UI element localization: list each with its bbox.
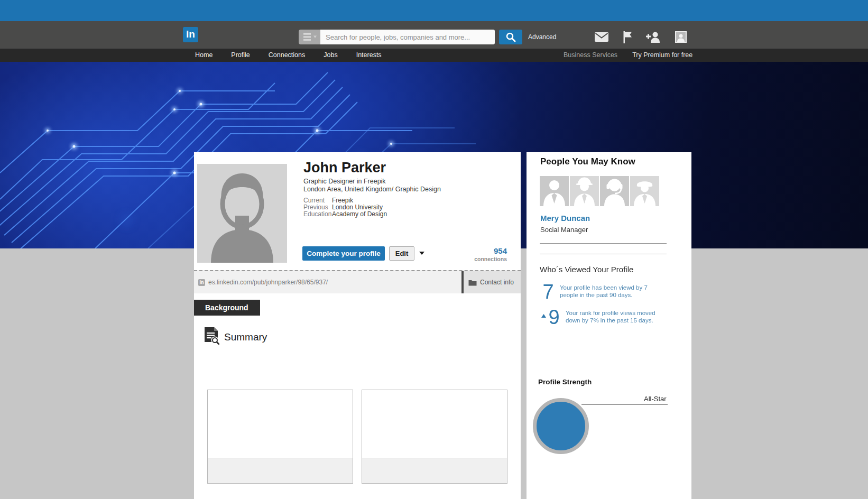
nav-right-links: Business Services Try Premium for free xyxy=(564,49,692,62)
strength-level-label: All-Star xyxy=(644,395,667,403)
connections-label: connections xyxy=(474,256,507,262)
profile-location: London Area, United Kingdom/ Graphic Des… xyxy=(303,186,441,193)
summary-title: Summary xyxy=(224,331,267,345)
nav-item-jobs[interactable]: Jobs xyxy=(324,49,337,62)
views-count: 7 xyxy=(541,281,555,303)
notifications-button[interactable] xyxy=(623,30,632,44)
strength-meter-circle xyxy=(533,398,589,454)
nav-item-profile[interactable]: Profile xyxy=(231,49,250,62)
folder-icon xyxy=(468,279,477,286)
divider xyxy=(540,254,667,254)
connections-count: 954 xyxy=(474,246,507,255)
add-connection-button[interactable] xyxy=(646,30,660,44)
suggestion-tile[interactable] xyxy=(570,176,599,206)
suggestion-tile[interactable] xyxy=(630,176,659,206)
nav-item-connections[interactable]: Connections xyxy=(269,49,306,62)
suggestion-name-link[interactable]: Mery Duncan xyxy=(540,214,590,223)
connections-block: 954 connections xyxy=(474,246,507,262)
linkedin-profile-page: in Advanced xyxy=(0,0,868,499)
profile-card: John Parker Graphic Designer in Freepik … xyxy=(194,152,521,499)
search-button[interactable] xyxy=(499,30,522,44)
search-icon xyxy=(505,32,516,42)
linkedin-logo[interactable]: in xyxy=(183,27,198,42)
header-bar: in Advanced xyxy=(0,21,868,49)
rank-arrow-icon xyxy=(541,314,546,329)
placeholder-card-2 xyxy=(362,390,507,484)
pilot-avatar-icon xyxy=(630,176,659,206)
search-bar xyxy=(299,30,495,44)
flag-icon xyxy=(623,31,632,43)
sidebar: People You May Know xyxy=(527,152,691,499)
rank-count: 9 xyxy=(547,306,561,329)
profile-details: Current Freepik Previous London Universi… xyxy=(303,197,387,218)
suggestion-tile[interactable] xyxy=(540,176,569,206)
wvyp-title: Who´s Viewed Your Profile xyxy=(540,265,633,274)
suggestion-job-title: Social Manager xyxy=(540,226,588,234)
placeholder-card-1 xyxy=(207,390,353,484)
divider xyxy=(540,243,667,244)
profile-photo[interactable] xyxy=(197,164,287,263)
nav-item-interests[interactable]: Interests xyxy=(356,49,382,62)
pymk-title: People You May Know xyxy=(540,156,635,167)
person-placeholder-icon xyxy=(197,164,287,263)
edit-button[interactable]: Edit xyxy=(389,246,414,261)
try-premium-link[interactable]: Try Premium for free xyxy=(632,49,692,62)
profile-name: John Parker xyxy=(303,160,386,176)
worker-avatar-icon xyxy=(570,176,599,206)
messages-button[interactable] xyxy=(595,30,608,44)
profile-headline: Graphic Designer in Freepik xyxy=(303,178,386,185)
background-section-label: Background xyxy=(194,300,260,316)
caret-down-icon xyxy=(419,251,425,255)
suggestion-tile[interactable] xyxy=(600,176,629,206)
linkedin-mini-icon: in xyxy=(198,279,205,286)
search-input[interactable] xyxy=(320,30,495,44)
summary-section-header: Summary xyxy=(204,327,267,345)
public-profile-url: es.linkedin.com/pub/johnparker/98/65/937… xyxy=(208,271,328,293)
profile-strength-title: Profile Strength xyxy=(538,378,592,386)
edit-dropdown-button[interactable] xyxy=(419,251,425,255)
add-person-icon xyxy=(646,32,660,43)
complete-profile-button[interactable]: Complete your profile xyxy=(302,246,385,261)
business-services-link[interactable]: Business Services xyxy=(564,49,617,62)
placeholder-card-footer xyxy=(208,458,353,483)
envelope-icon xyxy=(595,32,608,42)
account-menu-button[interactable] xyxy=(675,30,687,44)
nav-item-home[interactable]: Home xyxy=(195,49,213,62)
top-strip xyxy=(0,0,868,21)
summary-document-icon xyxy=(204,327,219,345)
detail-row-education: Education Academy of Design xyxy=(303,211,387,218)
contact-info-tab[interactable]: Contact info xyxy=(461,271,521,293)
placeholder-card-footer xyxy=(362,458,507,483)
main-nav: Home Profile Connections Jobs Interests … xyxy=(0,49,868,62)
support-agent-avatar-icon xyxy=(600,176,629,206)
strength-pointer-line xyxy=(581,404,668,405)
hamburger-icon xyxy=(301,33,319,41)
advanced-search-link[interactable]: Advanced xyxy=(528,30,556,44)
user-photo-icon xyxy=(675,31,687,43)
profile-views-stat[interactable]: 7 Your profile has been viewd by 7 peopl… xyxy=(541,281,661,303)
rank-description: Your rank for profile views moved down b… xyxy=(566,309,667,329)
nav-links: Home Profile Connections Jobs Interests xyxy=(195,49,382,62)
public-url-strip: in es.linkedin.com/pub/johnparker/98/65/… xyxy=(194,270,521,293)
pymk-suggestions xyxy=(540,176,659,206)
search-category-dropdown[interactable] xyxy=(299,30,320,44)
profile-rank-stat[interactable]: 9 Your rank for profile views moved down… xyxy=(541,306,667,329)
views-description: Your profile has been viewd by 7 people … xyxy=(560,284,661,303)
businessman-avatar-icon xyxy=(540,176,569,206)
